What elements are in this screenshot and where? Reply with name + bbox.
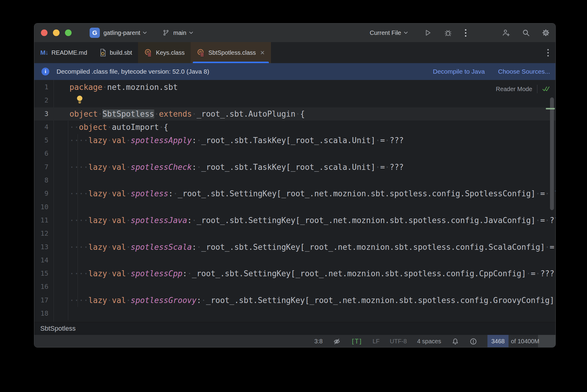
code-segment: = — [540, 189, 545, 198]
code-segment: _root_.sbt.TaskKey[_root_.scala.Unit] — [201, 136, 375, 145]
tab-label: Keys.class — [156, 49, 185, 56]
inspections-ok-check-icon[interactable] — [542, 86, 550, 92]
code-line-4[interactable]: 4··object·autoImport·{ — [34, 121, 555, 134]
code-segment: ···· — [69, 216, 88, 225]
code-line-7[interactable]: 7····lazy·val·spotlessCheck:·_root_.sbt.… — [34, 161, 555, 174]
ide-window: G gatling-parent main Current File — [34, 23, 556, 348]
memory-indicator[interactable]: 3468 of 10400M — [487, 335, 555, 348]
line-ending-widget[interactable]: LF — [373, 338, 380, 345]
window-close-button[interactable] — [41, 29, 48, 36]
code-segment: { — [300, 109, 305, 118]
code-line-9[interactable]: 9····lazy·val·spotless:·_root_.sbt.Setti… — [34, 187, 555, 200]
code-segment: · — [126, 216, 131, 225]
code-line-15[interactable]: 15····lazy·val·spotlessCpp:·_root_.sbt.S… — [34, 267, 555, 280]
code-segment: ??? — [390, 163, 404, 172]
code-segment: · — [154, 109, 159, 118]
active-tab-underline — [193, 62, 269, 63]
caret-position[interactable]: 3:8 — [314, 338, 323, 345]
window-zoom-button[interactable] — [65, 29, 72, 36]
code-line-12[interactable]: 12 — [34, 227, 555, 240]
code-segment: spotless — [131, 189, 168, 198]
search-icon[interactable] — [522, 29, 530, 37]
line-number: 3 — [34, 107, 48, 121]
code-segment: · — [107, 136, 112, 145]
vertical-scrollbar[interactable] — [550, 97, 554, 210]
code-line-1[interactable]: 1package·net.moznion.sbt — [34, 81, 555, 94]
tab-list-kebab-icon[interactable] — [547, 49, 549, 57]
highlighting-off-icon[interactable] — [333, 338, 341, 345]
breadcrumb-item[interactable]: SbtSpotless — [40, 325, 75, 332]
code-segment: = — [550, 243, 555, 252]
code-segment: : — [192, 136, 197, 145]
code-line-6[interactable]: 6 — [34, 147, 555, 160]
code-line-11[interactable]: 11····lazy·val·spotlessJava:·_root_.sbt.… — [34, 214, 555, 227]
code-segment: lazy — [88, 163, 107, 172]
debug-button[interactable] — [444, 29, 452, 37]
code-segment: · — [103, 83, 107, 92]
code-segment: lazy — [88, 189, 107, 198]
code-line-8[interactable]: 8 — [34, 174, 555, 187]
tab-label: build.sbt — [110, 49, 132, 56]
indent-widget[interactable]: 4 spaces — [417, 338, 441, 345]
reader-mode-widget[interactable]: Reader Mode — [496, 83, 550, 95]
decompile-to-java-link[interactable]: Decompile to Java — [433, 68, 485, 75]
code-segment: net.moznion.sbt — [107, 83, 178, 92]
code-segment: · — [545, 243, 550, 252]
code-segment: spotlessJava — [131, 216, 187, 225]
line-number: 7 — [34, 161, 48, 174]
line-number: 16 — [34, 280, 48, 293]
t-badge[interactable]: [T] — [351, 338, 362, 345]
intention-bulb-icon[interactable] — [76, 95, 84, 105]
highlighted-identifier: SbtSpotless — [103, 109, 154, 118]
code-with-me-icon[interactable] — [502, 29, 510, 37]
tab-README.md[interactable]: M↓README.md — [34, 42, 93, 63]
code-segment: · — [107, 163, 112, 172]
code-segment: · — [126, 163, 131, 172]
close-tab-icon[interactable]: ✕ — [260, 49, 265, 56]
run-button[interactable] — [423, 29, 432, 37]
code-line-17[interactable]: 17····lazy·val·spotlessGroovy:·_root_.sb… — [34, 294, 555, 307]
line-number: 9 — [34, 187, 48, 200]
tab-Keys.class[interactable]: Keys.class — [138, 42, 191, 63]
vcs-widget[interactable]: main — [162, 29, 193, 36]
code-segment: · — [197, 243, 201, 252]
code-line-5[interactable]: 5····lazy·val·spotlessApply:·_root_.sbt.… — [34, 134, 555, 147]
code-segment: : — [192, 243, 197, 252]
code-line-10[interactable]: 10 — [34, 201, 555, 214]
project-widget[interactable]: gatling-parent — [100, 29, 147, 36]
settings-gear-icon[interactable] — [542, 29, 550, 37]
code-line-14[interactable]: 14 — [34, 254, 555, 267]
code-segment: spotlessScala — [131, 243, 192, 252]
encoding-widget[interactable]: UTF-8 — [390, 338, 407, 345]
window-minimize-button[interactable] — [53, 29, 60, 36]
code-line-18[interactable]: 18 — [34, 307, 555, 320]
code-segment: · — [526, 269, 531, 278]
code-segment: ···· — [69, 243, 88, 252]
code-line-16[interactable]: 16 — [34, 280, 555, 293]
code-segment: · — [197, 163, 201, 172]
notifications-bell-icon[interactable] — [451, 338, 459, 345]
run-configuration-name: Current File — [370, 29, 401, 36]
code-segment: = — [540, 216, 545, 225]
code-segment: val — [112, 243, 126, 252]
tab-build.sbt[interactable]: build.sbt — [93, 42, 138, 63]
problems-icon[interactable] — [469, 338, 477, 345]
code-text: package·net.moznion.sbt — [69, 81, 178, 94]
tab-SbtSpotless.class[interactable]: SbtSpotless.class✕ — [191, 42, 271, 63]
choose-sources-link[interactable]: Choose Sources... — [498, 68, 550, 75]
code-segment: : — [168, 189, 173, 198]
code-line-13[interactable]: 13····lazy·val·spotlessScala:·_root_.sbt… — [34, 240, 555, 254]
editor-pane[interactable]: 1package·net.moznion.sbt23object·SbtSpot… — [34, 80, 555, 322]
code-line-3[interactable]: 3object·SbtSpotless·extends·_root_.sbt.A… — [34, 107, 555, 121]
sbt-file-icon — [99, 48, 106, 57]
code-segment: · — [126, 243, 131, 252]
code-segment: ···· — [69, 296, 88, 305]
code-segment: · — [187, 269, 192, 278]
code-segment: · — [126, 189, 131, 198]
run-configuration-selector[interactable]: Current File — [370, 29, 408, 36]
code-segment: object — [69, 109, 98, 118]
more-actions-kebab-icon[interactable] — [465, 29, 466, 37]
code-line-2[interactable]: 2 — [34, 94, 555, 107]
error-stripe-mark[interactable] — [546, 108, 555, 109]
code-segment: · — [192, 216, 197, 225]
